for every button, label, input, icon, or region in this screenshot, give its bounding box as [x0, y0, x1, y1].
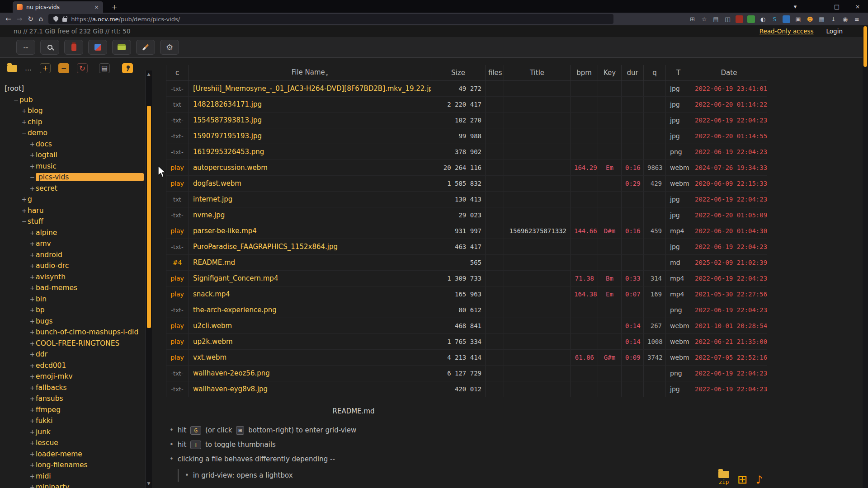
tree-link[interactable]: miniparty [36, 483, 70, 488]
column-header-filename[interactable]: File Name▾ [189, 65, 431, 80]
tree-toggle[interactable]: + [29, 395, 36, 402]
tree-link[interactable]: edcd001 [36, 361, 66, 370]
tree-item[interactable]: + bp [0, 305, 145, 316]
reading-list-icon[interactable]: ▤ [712, 15, 720, 23]
file-link[interactable]: wallhaven-2eoz56.png [193, 369, 270, 377]
file-link[interactable]: u2cli.webm [193, 322, 232, 330]
tree-link[interactable]: long-filenames [36, 461, 88, 469]
tree-link[interactable]: bugs [36, 317, 53, 325]
downloads-icon[interactable]: ↓ [830, 15, 837, 23]
tree-toggle[interactable]: − [21, 218, 28, 225]
tree-link[interactable]: stuff [28, 217, 43, 225]
read-only-access-link[interactable]: Read-Only access [760, 28, 814, 35]
tree-item[interactable]: + ddr [0, 349, 145, 360]
tree-link[interactable]: logtail [36, 151, 57, 159]
tab-close-icon[interactable]: × [94, 4, 99, 10]
tree-item[interactable]: + long-filenames [0, 460, 145, 471]
column-header-files[interactable]: files [486, 65, 504, 80]
container-icon[interactable]: ▣ [794, 15, 802, 23]
tree-item[interactable]: + miniparty [0, 482, 145, 488]
tree-link[interactable]: ddr [36, 350, 47, 358]
tree-item[interactable]: + loader-meme [0, 449, 145, 460]
zip-download-button[interactable]: zip [718, 471, 729, 485]
file-link[interactable]: dogfast.webm [193, 179, 241, 188]
file-link[interactable]: PuroParadise_FAAGRAPHICS_1152x864.jpg [193, 243, 338, 251]
file-link[interactable]: vxt.webm [193, 353, 226, 361]
tree-toggle[interactable]: + [29, 273, 36, 281]
file-action-link[interactable]: -txt- [171, 370, 183, 377]
tree-toggle[interactable]: + [29, 340, 36, 347]
tree-link[interactable]: pics-vids [36, 173, 144, 181]
video-ext-icon[interactable] [747, 15, 755, 23]
tree-link[interactable]: lescue [36, 439, 58, 447]
tree-item[interactable]: + android [0, 249, 145, 261]
tree-toggle[interactable]: + [29, 373, 36, 380]
new-tab-button[interactable]: + [108, 1, 120, 13]
tree-item[interactable]: + docs [0, 139, 145, 150]
file-action-link[interactable]: play [170, 227, 184, 235]
folder-icon[interactable] [7, 65, 17, 72]
ublock-icon[interactable] [736, 15, 743, 23]
sidebar-toggle-icon[interactable]: ◫ [724, 15, 731, 23]
tree-link[interactable]: demo [28, 129, 47, 137]
file-action-link[interactable]: -txt- [171, 117, 183, 124]
minimize-button[interactable]: — [806, 0, 826, 13]
grid-view-toggle[interactable]: ⊞ [737, 473, 748, 485]
column-header-bpm[interactable]: bpm [571, 65, 598, 80]
tree-item[interactable]: [root] [0, 83, 145, 94]
file-action-link[interactable]: -txt- [171, 386, 183, 393]
more-button[interactable]: … [25, 64, 32, 72]
tree-toggle[interactable]: + [29, 450, 36, 458]
tree-toggle[interactable]: + [29, 483, 36, 488]
tree-item[interactable]: + audio-drc [0, 260, 145, 272]
tree-link[interactable]: loader-meme [36, 450, 82, 458]
file-action-link[interactable]: -txt- [171, 212, 183, 219]
file-link[interactable]: 1590797195193.jpg [193, 132, 262, 140]
tree-item[interactable]: + fukki [0, 415, 145, 427]
tree-link[interactable]: emoji-mkv [36, 372, 73, 380]
pin-icon[interactable] [122, 63, 133, 73]
stylus-icon[interactable]: S [771, 15, 778, 23]
tree-item[interactable]: + amv [0, 238, 145, 249]
tree-item[interactable]: + blog [0, 105, 145, 117]
maximize-button[interactable]: □ [826, 0, 847, 13]
audio-player-icon[interactable]: ♪ [756, 474, 763, 485]
tree-item[interactable]: + logtail [0, 150, 145, 161]
column-header-c[interactable]: c [166, 65, 189, 80]
tree-item[interactable]: − pics-vids [0, 172, 145, 183]
account-icon[interactable]: ◉ [841, 15, 849, 23]
tree-toggle[interactable]: − [29, 174, 36, 181]
tree-item[interactable]: + g [0, 194, 145, 205]
tree-item[interactable]: + edcd001 [0, 360, 145, 371]
scroll-up-icon[interactable]: ▲ [146, 72, 152, 76]
file-action-link[interactable]: -txt- [171, 149, 183, 155]
tree-link[interactable]: docs [36, 140, 52, 148]
close-button[interactable]: × [847, 0, 868, 13]
tree-link[interactable]: pub [19, 96, 33, 104]
tree-item[interactable]: + music [0, 161, 145, 172]
tree-item[interactable]: + haru [0, 205, 145, 216]
bookmark-star-icon[interactable]: ☆ [700, 15, 708, 23]
tree-item[interactable]: + emoji-mkv [0, 371, 145, 382]
tree-toggle[interactable]: + [21, 196, 28, 203]
file-link[interactable]: snack.mp4 [193, 290, 230, 298]
tree-item[interactable]: − demo [0, 127, 145, 139]
sidebar-scrollbar-thumb[interactable] [147, 106, 151, 328]
tree-link[interactable]: haru [28, 206, 44, 215]
file-link[interactable]: 1482182634171.jpg [193, 100, 262, 108]
settings-button[interactable]: ⚙ [160, 40, 179, 55]
tree-link[interactable]: avisynth [36, 273, 66, 281]
tree-link[interactable]: fukki [36, 417, 53, 425]
docs-icon[interactable]: ▤ [99, 63, 110, 73]
tree-item[interactable]: + secret [0, 183, 145, 194]
file-action-link[interactable]: play [170, 275, 184, 282]
tree-item[interactable]: − pub [0, 94, 145, 106]
tree-toggle[interactable]: + [29, 318, 36, 325]
file-link[interactable]: parser-be-like.mp4 [193, 227, 257, 235]
tree-toggle[interactable]: + [21, 118, 28, 126]
back-icon[interactable]: ← [5, 15, 11, 23]
tree-link[interactable]: amv [36, 239, 51, 248]
tree-toggle[interactable]: + [29, 417, 36, 424]
tree-toggle[interactable]: + [29, 151, 36, 159]
browser-tab[interactable]: nu pics-vids × [13, 1, 103, 13]
